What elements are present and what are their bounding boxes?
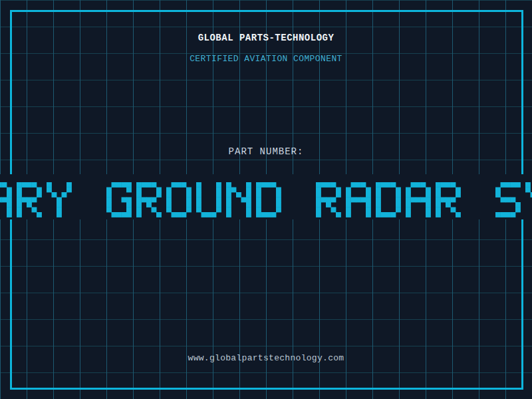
- website-url: www.globalpartstechnology.com: [0, 353, 532, 363]
- certification-subtitle: CERTIFIED AVIATION COMPONENT: [0, 54, 532, 64]
- brand-title: GLOBAL PARTS-TECHNOLOGY: [0, 33, 532, 43]
- signage-screen: GLOBAL PARTS-TECHNOLOGY CERTIFIED AVIATI…: [0, 0, 532, 399]
- part-number-marquee-display: [0, 174, 532, 219]
- part-number-label: PART NUMBER:: [0, 146, 532, 157]
